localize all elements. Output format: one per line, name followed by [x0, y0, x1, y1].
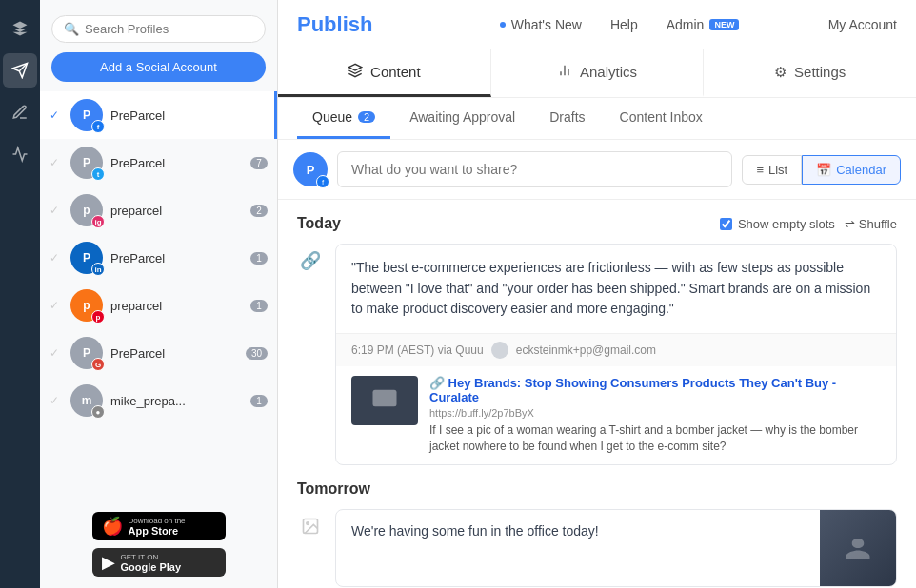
check-icon: ✓ — [50, 394, 63, 407]
nav-pencil-icon[interactable] — [3, 95, 37, 129]
view-toggle: ≡ List 📅 Calendar — [742, 155, 901, 185]
sub-tab-awaiting[interactable]: Awaiting Approval — [394, 98, 530, 139]
avatar-wrap: m ● — [70, 384, 103, 417]
app-store-button[interactable]: 🍎 Download on the App Store — [92, 512, 226, 540]
facebook-badge: f — [91, 120, 105, 133]
whats-new-link[interactable]: What's New — [500, 17, 582, 32]
compose-input[interactable] — [337, 151, 732, 187]
profile-item[interactable]: ✓ p ig preparcel 2 — [40, 186, 277, 234]
tomorrow-label: Tomorrow — [297, 480, 370, 498]
admin-link[interactable]: Admin NEW — [667, 17, 740, 32]
google-play-icon: ▶ — [102, 552, 115, 573]
main-content: Publish What's New Help Admin NEW My Acc… — [278, 0, 916, 588]
sidebar-footer: 🍎 Download on the App Store ▶ GET IT ON … — [40, 500, 277, 588]
avatar-wrap: P t — [70, 147, 103, 179]
svg-point-8 — [307, 521, 309, 524]
sidebar-search-area: 🔍 — [40, 0, 277, 52]
search-icon: 🔍 — [64, 22, 79, 36]
queue-label: Queue — [312, 109, 352, 125]
linkedin-badge: in — [91, 263, 105, 276]
post-meta: 6:19 PM (AEST) via Quuu ecksteinmk+pp@gm… — [336, 334, 896, 366]
shuffle-button[interactable]: ⇌ Shuffle — [845, 217, 897, 231]
admin-label: Admin — [667, 17, 705, 32]
nav-chart-icon[interactable] — [3, 137, 37, 171]
svg-marker-2 — [348, 64, 361, 70]
avatar-wrap: P G — [70, 337, 103, 369]
avatar-wrap: p ig — [70, 194, 103, 226]
list-view-button[interactable]: ≡ List — [742, 155, 802, 185]
avatar-wrap: p p — [70, 289, 103, 322]
bar-chart-icon — [557, 63, 572, 81]
calendar-view-button[interactable]: 📅 Calendar — [802, 155, 901, 185]
tab-content[interactable]: Content — [278, 49, 491, 97]
shuffle-label: Shuffle — [859, 217, 897, 231]
sub-tab-inbox[interactable]: Tomorrow Content Inbox — [605, 98, 718, 139]
svg-rect-6 — [373, 390, 397, 407]
twitter-badge: t — [91, 167, 105, 181]
profile-list: ✓ P f PreParcel ✓ P t PreParcel 7 ✓ p ig… — [40, 91, 277, 500]
compose-social-badge: f — [316, 175, 329, 188]
awaiting-label: Awaiting Approval — [409, 109, 515, 125]
tomorrow-image — [820, 510, 896, 586]
google-play-button[interactable]: ▶ GET IT ON Google Play — [92, 548, 226, 577]
layers-icon — [348, 63, 363, 81]
check-icon: ✓ — [50, 346, 63, 360]
profile-item[interactable]: ✓ P f PreParcel — [40, 91, 277, 139]
link-icon: 🔗 — [297, 247, 324, 274]
show-empty-slots-label[interactable]: Show empty slots — [720, 217, 835, 231]
admin-new-badge: NEW — [709, 19, 739, 30]
my-account-link[interactable]: My Account — [828, 17, 897, 32]
profile-count-badge: 1 — [250, 395, 268, 407]
today-header: Today Show empty slots ⇌ Shuffle — [297, 215, 897, 232]
apple-icon: 🍎 — [102, 516, 123, 537]
list-icon: ≡ — [756, 163, 764, 177]
google-play-label: Google Play — [121, 561, 182, 573]
link-thumbnail — [351, 376, 418, 425]
section-tabs: Content Analytics ⚙ Settings — [278, 49, 916, 98]
profile-name: preparcel — [110, 299, 243, 313]
sub-tabs: Queue 2 Awaiting Approval Drafts Tomorro… — [278, 98, 916, 140]
profile-item[interactable]: ✓ P G PreParcel 30 — [40, 329, 277, 377]
content-area: Content Analytics ⚙ Settings Queue 2 — [278, 49, 916, 588]
search-input-wrap[interactable]: 🔍 — [51, 15, 266, 43]
tab-settings[interactable]: ⚙ Settings — [704, 49, 916, 97]
tab-analytics[interactable]: Analytics — [491, 49, 705, 97]
profile-count-badge: 30 — [246, 347, 268, 360]
pinterest-badge: p — [91, 310, 105, 323]
nav-send-icon[interactable] — [3, 53, 37, 88]
content-tab-label: Content — [370, 64, 421, 80]
tomorrow-row: We're having some fun in the office toda… — [297, 509, 897, 587]
avatar-wrap: P in — [70, 242, 103, 274]
profile-name: mike_prepa... — [110, 394, 243, 408]
google-play-sub-label: GET IT ON — [121, 553, 182, 561]
generic-badge: ● — [91, 405, 105, 419]
profile-count-badge: 2 — [250, 205, 268, 217]
icon-nav — [0, 0, 40, 588]
nav-layers-icon[interactable] — [3, 11, 37, 46]
profile-item[interactable]: ✓ p p preparcel 1 — [40, 282, 277, 329]
profile-item[interactable]: ✓ P in PreParcel 1 — [40, 234, 277, 282]
add-account-button[interactable]: Add a Social Account — [51, 52, 266, 82]
profile-count-badge: 7 — [250, 157, 268, 169]
post-time: 6:19 PM (AEST) via Quuu — [351, 343, 484, 357]
whats-new-label: What's New — [511, 17, 582, 32]
app-title: Publish — [297, 12, 372, 37]
check-icon: ✓ — [50, 299, 63, 312]
feed: Today Show empty slots ⇌ Shuffle 🔗 "The — [278, 200, 916, 588]
show-empty-checkbox[interactable] — [720, 218, 732, 230]
check-icon: ✓ — [50, 108, 63, 122]
app-store-label: App Store — [129, 525, 186, 537]
post-email: ecksteinmk+pp@gmail.com — [516, 343, 656, 357]
today-label: Today — [297, 215, 341, 232]
calendar-view-label: Calendar — [836, 163, 886, 177]
help-link[interactable]: Help — [610, 17, 638, 32]
profile-count-badge: 1 — [250, 252, 268, 265]
link-title: 🔗 Hey Brands: Stop Showing Consumers Pro… — [429, 376, 881, 404]
profile-item[interactable]: ✓ m ● mike_prepa... 1 — [40, 377, 277, 424]
search-input[interactable] — [85, 22, 253, 36]
link-url: https://buff.ly/2p7bByX — [429, 407, 881, 419]
sub-tab-queue[interactable]: Queue 2 — [297, 98, 390, 139]
sub-tab-drafts[interactable]: Drafts — [534, 98, 600, 139]
profile-count-badge: 1 — [250, 300, 268, 312]
profile-item[interactable]: ✓ P t PreParcel 7 — [40, 139, 277, 186]
